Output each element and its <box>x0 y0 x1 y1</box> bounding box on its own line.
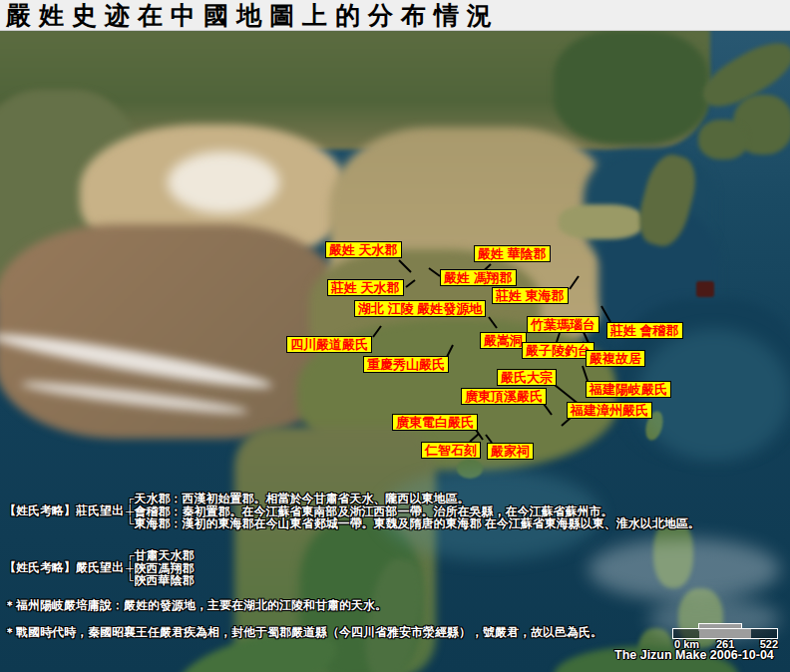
terrain-korea-peninsula <box>632 150 702 250</box>
terrain-taiwan-island <box>642 409 665 442</box>
terrain-north-china-plain <box>329 128 613 359</box>
footnote-origin: ＊福州陽岐嚴培庸說：嚴姓的發源地，主要在湖北的江陵和甘肅的天水。 <box>4 597 387 614</box>
terrain-tibet-plateau <box>0 224 344 439</box>
note-block-yan: 【姓氏考略】嚴氏望出 ┌甘肅天水郡 ┼陝西馮翔郡 └陝西華陰郡 <box>4 549 195 587</box>
note-block-zhuang-label: 【姓氏考略】莊氏望出 <box>4 503 124 519</box>
page-title: 嚴姓史迹在中國地圖上的分布情況 <box>0 0 500 32</box>
terrain-south-china <box>297 319 618 471</box>
terrain-japan-2 <box>733 95 790 155</box>
terrain-taklamakan-desert <box>80 125 347 266</box>
bracket-glyph: └ <box>126 516 135 530</box>
terrain-japan-1 <box>695 33 790 118</box>
note-block-zhuang-items: ┌天水郡：西漢初始置郡。相當於今甘肅省天水、隴西以東地區。 ┼會稽郡：秦初置郡。… <box>126 493 700 530</box>
terrain-himalaya-snow-2 <box>20 377 249 419</box>
terrain-shandong-peninsula <box>559 204 643 239</box>
terrain-ocean-cloud-1 <box>589 538 780 600</box>
terrain-indochina-green <box>299 518 421 672</box>
terrain-yellow-sea <box>598 209 720 351</box>
terrain-east-china-sea <box>618 299 790 461</box>
terrain-manchuria-forest <box>554 30 708 145</box>
note-block-zhuang: 【姓氏考略】莊氏望出 ┌天水郡：西漢初始置郡。相當於今甘肅省天水、隴西以東地區。… <box>4 493 700 530</box>
terrain-japan-3 <box>698 120 748 160</box>
map-page: 嚴姓 天水郡嚴姓 華陰郡嚴姓 馮翔郡莊姓 天水郡莊姓 東海郡湖北 江陵 嚴姓發源… <box>0 0 790 672</box>
terrain-hainan-island <box>457 459 483 479</box>
terrain-sea-shallow-2 <box>638 329 790 461</box>
note-item: └東海郡：漢初的東海郡在今山東省郯城一帶。東魏及隋唐的東海郡 在今江蘇省東海縣以… <box>126 517 700 530</box>
terrain-artifact-dark-red <box>696 281 714 297</box>
footnote-history: ＊戰國時代時，秦國昭襄王任嚴君疾為相，封他于蜀郡嚴道縣（今四川省雅安市滎經縣），… <box>4 624 602 641</box>
note-block-yan-label: 【姓氏考略】嚴氏望出 <box>4 559 124 576</box>
terrain-desert-cloud <box>168 152 279 213</box>
bracket-glyph: └ <box>126 573 135 587</box>
map-credit: The Jizun Make 2006-10-04 <box>614 648 774 662</box>
terrain-bohai-sea <box>584 150 715 271</box>
terrain-west-mountains <box>0 90 145 314</box>
terrain-loess-hills <box>309 249 541 381</box>
note-item-text: 東海郡：漢初的東海郡在今山東省郯城一帶。東魏及隋唐的東海郡 在今江蘇省東海縣以東… <box>135 516 700 530</box>
note-block-yan-items: ┌甘肅天水郡 ┼陝西馮翔郡 └陝西華陰郡 <box>126 549 195 587</box>
note-item-text: 陝西華陰郡 <box>135 573 195 587</box>
terrain-himalaya-snow <box>0 326 274 395</box>
title-bar: 嚴姓史迹在中國地圖上的分布情況 <box>0 0 790 31</box>
terrain-north-land <box>0 28 710 150</box>
note-item: └陝西華陰郡 <box>126 574 195 587</box>
